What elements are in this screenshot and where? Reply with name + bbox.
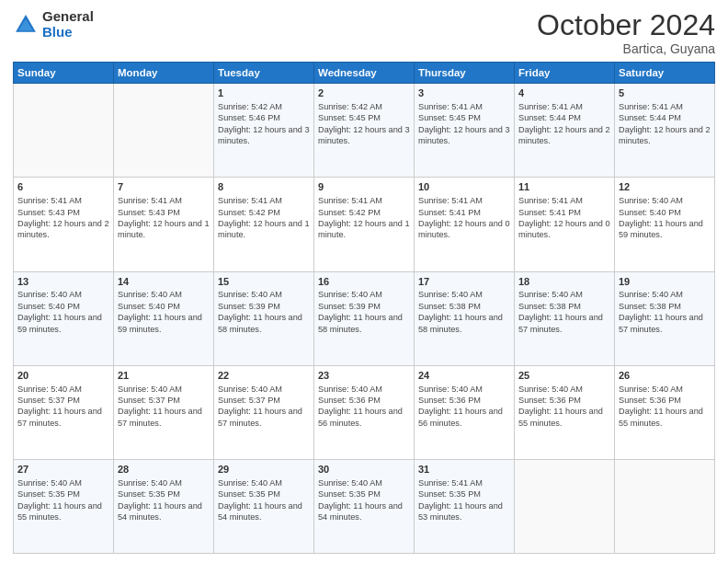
day-number: 6 <box>17 180 109 194</box>
day-number: 13 <box>17 275 109 289</box>
day-info: Sunrise: 5:40 AMSunset: 5:35 PMDaylight:… <box>318 477 410 523</box>
weekday-sunday: Sunday <box>14 63 114 84</box>
day-cell: 5Sunrise: 5:41 AMSunset: 5:44 PMDaylight… <box>615 84 715 178</box>
day-number: 22 <box>218 369 310 383</box>
day-number: 17 <box>418 275 510 289</box>
page: General Blue October 2024 Bartica, Guyan… <box>0 0 728 563</box>
day-info: Sunrise: 5:40 AMSunset: 5:40 PMDaylight:… <box>619 195 711 241</box>
day-cell: 22Sunrise: 5:40 AMSunset: 5:37 PMDayligh… <box>214 365 314 459</box>
weekday-monday: Monday <box>114 63 214 84</box>
day-number: 31 <box>418 463 510 477</box>
day-cell: 12Sunrise: 5:40 AMSunset: 5:40 PMDayligh… <box>615 178 715 271</box>
logo-icon <box>13 12 39 38</box>
day-info: Sunrise: 5:41 AMSunset: 5:44 PMDaylight:… <box>619 101 711 147</box>
day-cell: 1Sunrise: 5:42 AMSunset: 5:46 PMDaylight… <box>214 84 314 178</box>
day-cell: 3Sunrise: 5:41 AMSunset: 5:45 PMDaylight… <box>415 84 515 178</box>
logo-text: General Blue <box>42 9 94 40</box>
day-cell <box>615 459 715 553</box>
day-cell: 25Sunrise: 5:40 AMSunset: 5:36 PMDayligh… <box>515 365 615 459</box>
day-info: Sunrise: 5:40 AMSunset: 5:37 PMDaylight:… <box>17 384 109 430</box>
day-number: 16 <box>318 275 410 289</box>
day-info: Sunrise: 5:40 AMSunset: 5:36 PMDaylight:… <box>318 384 410 430</box>
day-cell: 4Sunrise: 5:41 AMSunset: 5:44 PMDaylight… <box>515 84 615 178</box>
day-cell: 6Sunrise: 5:41 AMSunset: 5:43 PMDaylight… <box>14 178 114 271</box>
weekday-thursday: Thursday <box>415 63 515 84</box>
day-cell: 19Sunrise: 5:40 AMSunset: 5:38 PMDayligh… <box>615 271 715 365</box>
day-cell: 29Sunrise: 5:40 AMSunset: 5:35 PMDayligh… <box>214 459 314 553</box>
day-cell: 31Sunrise: 5:41 AMSunset: 5:35 PMDayligh… <box>415 459 515 553</box>
day-number: 3 <box>418 86 510 100</box>
week-row-5: 27Sunrise: 5:40 AMSunset: 5:35 PMDayligh… <box>14 459 715 553</box>
day-number: 21 <box>118 369 210 383</box>
day-cell: 30Sunrise: 5:40 AMSunset: 5:35 PMDayligh… <box>314 459 415 553</box>
day-info: Sunrise: 5:40 AMSunset: 5:40 PMDaylight:… <box>17 289 109 335</box>
day-info: Sunrise: 5:41 AMSunset: 5:41 PMDaylight:… <box>418 195 510 241</box>
day-number: 30 <box>318 463 410 477</box>
day-info: Sunrise: 5:40 AMSunset: 5:37 PMDaylight:… <box>218 384 310 430</box>
day-cell: 15Sunrise: 5:40 AMSunset: 5:39 PMDayligh… <box>214 271 314 365</box>
weekday-friday: Friday <box>515 63 615 84</box>
day-number: 28 <box>118 463 210 477</box>
header: General Blue October 2024 Bartica, Guyan… <box>13 9 715 56</box>
month-title: October 2024 <box>537 9 715 41</box>
day-cell: 14Sunrise: 5:40 AMSunset: 5:40 PMDayligh… <box>114 271 214 365</box>
day-number: 5 <box>619 86 711 100</box>
day-number: 25 <box>518 369 610 383</box>
day-cell: 7Sunrise: 5:41 AMSunset: 5:43 PMDaylight… <box>114 178 214 271</box>
day-info: Sunrise: 5:40 AMSunset: 5:36 PMDaylight:… <box>418 384 510 430</box>
calendar-table: SundayMondayTuesdayWednesdayThursdayFrid… <box>13 62 715 554</box>
day-number: 12 <box>619 180 711 194</box>
logo-line2: Blue <box>42 25 94 40</box>
day-info: Sunrise: 5:41 AMSunset: 5:42 PMDaylight:… <box>218 195 310 241</box>
logo: General Blue <box>13 9 94 40</box>
day-cell: 9Sunrise: 5:41 AMSunset: 5:42 PMDaylight… <box>314 178 415 271</box>
day-number: 24 <box>418 369 510 383</box>
day-info: Sunrise: 5:41 AMSunset: 5:42 PMDaylight:… <box>318 195 410 241</box>
day-cell: 17Sunrise: 5:40 AMSunset: 5:38 PMDayligh… <box>415 271 515 365</box>
day-info: Sunrise: 5:41 AMSunset: 5:41 PMDaylight:… <box>518 195 610 241</box>
day-number: 15 <box>218 275 310 289</box>
day-cell: 18Sunrise: 5:40 AMSunset: 5:38 PMDayligh… <box>515 271 615 365</box>
day-number: 29 <box>218 463 310 477</box>
day-cell: 2Sunrise: 5:42 AMSunset: 5:45 PMDaylight… <box>314 84 415 178</box>
day-cell <box>114 84 214 178</box>
day-cell: 10Sunrise: 5:41 AMSunset: 5:41 PMDayligh… <box>415 178 515 271</box>
day-cell <box>14 84 114 178</box>
day-cell: 26Sunrise: 5:40 AMSunset: 5:36 PMDayligh… <box>615 365 715 459</box>
day-info: Sunrise: 5:40 AMSunset: 5:36 PMDaylight:… <box>619 384 711 430</box>
day-number: 1 <box>218 86 310 100</box>
day-info: Sunrise: 5:41 AMSunset: 5:45 PMDaylight:… <box>418 101 510 147</box>
day-cell: 23Sunrise: 5:40 AMSunset: 5:36 PMDayligh… <box>314 365 415 459</box>
day-cell: 28Sunrise: 5:40 AMSunset: 5:35 PMDayligh… <box>114 459 214 553</box>
day-number: 14 <box>118 275 210 289</box>
day-info: Sunrise: 5:41 AMSunset: 5:43 PMDaylight:… <box>118 195 210 241</box>
day-cell: 13Sunrise: 5:40 AMSunset: 5:40 PMDayligh… <box>14 271 114 365</box>
day-info: Sunrise: 5:41 AMSunset: 5:35 PMDaylight:… <box>418 477 510 523</box>
day-info: Sunrise: 5:40 AMSunset: 5:36 PMDaylight:… <box>518 384 610 430</box>
day-number: 9 <box>318 180 410 194</box>
day-number: 23 <box>318 369 410 383</box>
day-number: 10 <box>418 180 510 194</box>
day-info: Sunrise: 5:40 AMSunset: 5:38 PMDaylight:… <box>619 289 711 335</box>
weekday-tuesday: Tuesday <box>214 63 314 84</box>
day-info: Sunrise: 5:41 AMSunset: 5:44 PMDaylight:… <box>518 101 610 147</box>
day-cell: 8Sunrise: 5:41 AMSunset: 5:42 PMDaylight… <box>214 178 314 271</box>
day-info: Sunrise: 5:40 AMSunset: 5:35 PMDaylight:… <box>118 477 210 523</box>
day-info: Sunrise: 5:40 AMSunset: 5:35 PMDaylight:… <box>17 477 109 523</box>
day-number: 19 <box>619 275 711 289</box>
day-cell: 11Sunrise: 5:41 AMSunset: 5:41 PMDayligh… <box>515 178 615 271</box>
day-number: 2 <box>318 86 410 100</box>
location: Bartica, Guyana <box>537 41 715 56</box>
day-number: 20 <box>17 369 109 383</box>
day-info: Sunrise: 5:40 AMSunset: 5:38 PMDaylight:… <box>518 289 610 335</box>
day-number: 18 <box>518 275 610 289</box>
weekday-saturday: Saturday <box>615 63 715 84</box>
day-info: Sunrise: 5:40 AMSunset: 5:40 PMDaylight:… <box>118 289 210 335</box>
weekday-header-row: SundayMondayTuesdayWednesdayThursdayFrid… <box>14 63 715 84</box>
day-number: 11 <box>518 180 610 194</box>
day-number: 8 <box>218 180 310 194</box>
day-number: 26 <box>619 369 711 383</box>
day-number: 27 <box>17 463 109 477</box>
day-info: Sunrise: 5:40 AMSunset: 5:37 PMDaylight:… <box>118 384 210 430</box>
weekday-wednesday: Wednesday <box>314 63 415 84</box>
